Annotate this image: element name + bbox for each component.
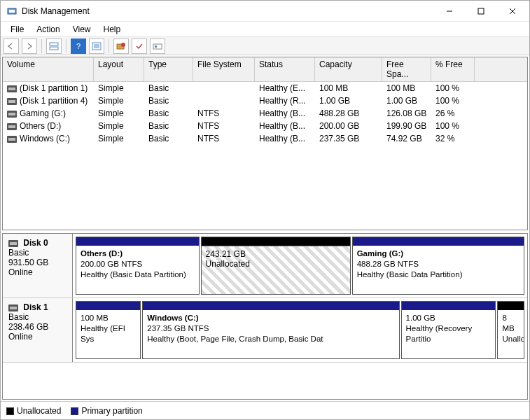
table-row[interactable]: Gaming (G:)SimpleBasicNTFSHealthy (B...4… (3, 107, 527, 120)
minimize-button[interactable] (433, 1, 465, 21)
partition[interactable]: Gaming (G:) 488.28 GB NTFS Healthy (Basi… (352, 237, 524, 295)
toolbar: ? (1, 37, 529, 55)
drive-icon (7, 111, 17, 118)
volume-list[interactable]: Volume Layout Type File System Status Ca… (2, 57, 528, 230)
content-area: Volume Layout Type File System Status Ca… (1, 55, 529, 419)
partition-unallocated[interactable]: 243.21 GB Unallocated (201, 237, 351, 295)
header-volume[interactable]: Volume (3, 57, 94, 81)
disk-name: Disk 1 (23, 302, 48, 312)
table-row[interactable]: Windows (C:)SimpleBasicNTFSHealthy (B...… (3, 132, 527, 145)
legend-primary: Primary partition (71, 406, 142, 416)
cell-type: Basic (144, 133, 193, 144)
header-status[interactable]: Status (255, 57, 315, 81)
disk-size: 238.46 GB (8, 322, 48, 332)
partition[interactable]: 1.00 GB Healthy (Recovery Partitio (401, 301, 496, 359)
partition-bar-primary (76, 302, 140, 310)
menu-file[interactable]: File (5, 23, 29, 36)
toolbar-separator (66, 39, 67, 53)
disk-row[interactable]: Disk 0 Basic 931.50 GB Online Others (D:… (3, 234, 527, 298)
cell-filesystem: NTFS (193, 108, 255, 119)
disk-partitions: Others (D:) 200.00 GB NTFS Healthy (Basi… (73, 234, 527, 298)
header-type[interactable]: Type (144, 57, 193, 81)
disk-label[interactable]: Disk 1 Basic 238.46 GB Online (3, 298, 73, 362)
svg-point-13 (121, 43, 125, 47)
window-title: Disk Management (22, 6, 433, 16)
cell-capacity: 488.28 GB (315, 108, 382, 119)
cell-status: Healthy (B... (255, 108, 315, 119)
header-filesystem[interactable]: File System (193, 57, 255, 81)
table-row[interactable]: Others (D:)SimpleBasicNTFSHealthy (B...2… (3, 120, 527, 132)
partition[interactable]: 100 MB Healthy (EFI Sys (76, 301, 141, 359)
partition-name: Gaming (G:) (357, 248, 519, 259)
cell-pctfree: 26 % (431, 108, 475, 119)
partition-size: 100 MB (81, 313, 136, 323)
menu-view[interactable]: View (67, 23, 97, 36)
disk-row[interactable]: Disk 1 Basic 238.46 GB Online 100 MB Hea… (3, 298, 527, 363)
cell-type: Basic (144, 95, 193, 106)
partition-status: Healthy (Boot, Page File, Crash Dump, Ba… (147, 334, 394, 344)
menubar: File Action View Help (1, 22, 529, 37)
disk-partitions: 100 MB Healthy (EFI Sys Windows (C:) 237… (73, 298, 527, 362)
partition-bar-unallocated (202, 237, 350, 246)
partition-bar-primary (402, 302, 496, 310)
svg-rect-1 (9, 10, 15, 13)
disk-type: Basic (8, 248, 29, 258)
header-pctfree[interactable]: % Free (431, 57, 475, 81)
apply-button[interactable] (132, 38, 147, 54)
help-button[interactable]: ? (71, 38, 86, 54)
cell-volume: Windows (C:) (3, 133, 94, 144)
partition-bar-primary (353, 237, 524, 246)
disk-status: Online (8, 267, 33, 277)
drive-icon (7, 85, 17, 92)
titlebar[interactable]: Disk Management (1, 1, 529, 22)
table-row[interactable]: (Disk 1 partition 4)SimpleBasicHealthy (… (3, 94, 527, 107)
partition-name: Others (D:) (81, 248, 195, 259)
table-row[interactable]: (Disk 1 partition 1)SimpleBasicHealthy (… (3, 82, 527, 94)
svg-rect-7 (50, 47, 58, 50)
cell-volume: Gaming (G:) (3, 108, 94, 119)
settings-button[interactable] (150, 38, 165, 54)
disk-icon (8, 304, 18, 312)
header-freespace[interactable]: Free Spa... (382, 57, 431, 81)
cell-status: Healthy (R... (255, 95, 315, 106)
cell-filesystem: NTFS (193, 133, 255, 144)
cell-layout: Simple (94, 120, 144, 132)
view-split-button[interactable] (46, 38, 62, 54)
cell-freespace: 100 MB (382, 83, 431, 94)
cell-filesystem (193, 95, 255, 106)
cell-pctfree: 100 % (431, 120, 475, 132)
menu-help[interactable]: Help (98, 23, 127, 36)
partition-info: 488.28 GB NTFS (357, 259, 519, 270)
partition[interactable]: Windows (C:) 237.35 GB NTFS Healthy (Boo… (142, 301, 399, 359)
header-layout[interactable]: Layout (94, 57, 144, 81)
forward-button[interactable] (22, 38, 37, 54)
unallocated-body: 243.21 GB Unallocated (202, 246, 350, 294)
refresh-button[interactable] (113, 38, 129, 54)
cell-pctfree: 100 % (431, 83, 475, 94)
header-capacity[interactable]: Capacity (315, 57, 382, 81)
properties-button[interactable] (89, 38, 104, 54)
disk-status: Online (8, 332, 33, 342)
disk-size: 931.50 GB (8, 258, 48, 267)
partition-size: 8 MB (502, 313, 519, 334)
svg-rect-14 (153, 44, 162, 49)
partition-status: Unallc (502, 334, 519, 344)
legend-unallocated: Unallocated (6, 406, 61, 416)
disk-map[interactable]: Disk 0 Basic 931.50 GB Online Others (D:… (2, 233, 528, 400)
partition-bar-primary (143, 302, 398, 310)
cell-type: Basic (144, 83, 193, 94)
maximize-button[interactable] (465, 1, 496, 21)
partition-unallocated[interactable]: 8 MB Unallc (497, 301, 524, 359)
partition-status: Healthy (EFI Sys (81, 323, 136, 344)
app-icon (6, 6, 18, 17)
cell-type: Basic (144, 108, 193, 119)
disk-name: Disk 0 (23, 238, 48, 248)
cell-status: Healthy (B... (255, 120, 315, 132)
toolbar-separator (109, 39, 109, 53)
close-button[interactable] (496, 1, 528, 21)
menu-action[interactable]: Action (31, 23, 65, 36)
partition[interactable]: Others (D:) 200.00 GB NTFS Healthy (Basi… (76, 237, 200, 295)
back-button[interactable] (4, 38, 19, 54)
disk-label[interactable]: Disk 0 Basic 931.50 GB Online (3, 234, 73, 298)
drive-icon (7, 136, 17, 143)
